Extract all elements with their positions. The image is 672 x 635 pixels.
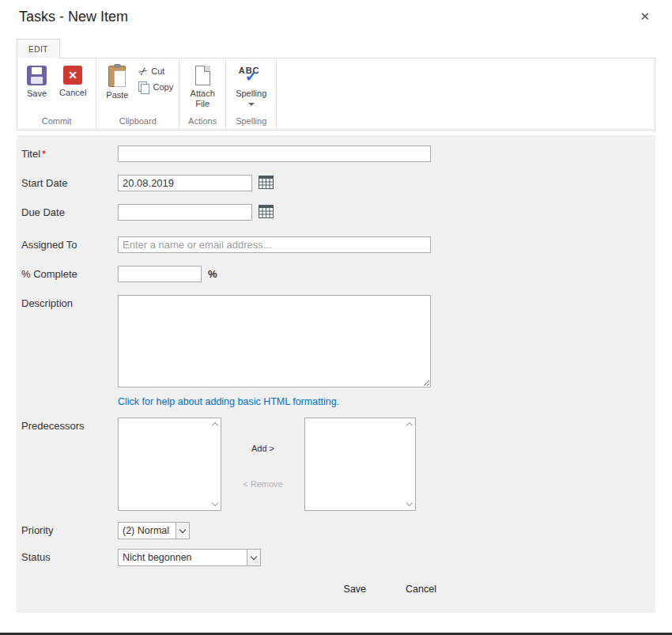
cancel-icon: ✕: [63, 66, 82, 85]
html-formatting-help-link[interactable]: Click for help about adding basic HTML f…: [118, 396, 431, 407]
title-input[interactable]: [118, 146, 431, 162]
dialog-header: Tasks - New Item ✕: [17, 0, 655, 28]
required-asterisk: *: [42, 148, 46, 160]
spelling-label: Spelling: [236, 89, 266, 99]
group-label-commit: Commit: [21, 115, 92, 128]
title-label: Titel*: [21, 146, 118, 160]
field-row-due-date: Due Date: [21, 204, 655, 221]
save-button[interactable]: Save: [21, 62, 53, 100]
ribbon-group-actions: Attach File Actions: [179, 59, 226, 130]
field-row-predecessors: Predecessors Add > < Remove: [21, 418, 655, 511]
cancel-button[interactable]: ✕ Cancel: [53, 62, 92, 100]
priority-value: (2) Normal: [119, 523, 176, 539]
due-date-input[interactable]: [118, 204, 252, 221]
start-date-label: Start Date: [21, 175, 118, 189]
scroll-up-icon[interactable]: [212, 422, 218, 429]
field-row-assigned-to: Assigned To: [21, 236, 655, 253]
spelling-button[interactable]: ABC ✓ Spelling: [229, 62, 273, 108]
description-label: Description: [21, 295, 118, 309]
ribbon-tab-row: EDIT: [17, 38, 655, 58]
group-label-clipboard: Clipboard: [100, 115, 176, 128]
chevron-down-icon: [179, 526, 186, 532]
copy-label: Copy: [153, 82, 173, 92]
save-label: Save: [27, 89, 47, 99]
attach-file-icon: [195, 66, 210, 85]
field-row-status: Status Nicht begonnen: [21, 549, 655, 566]
priority-select[interactable]: (2) Normal: [118, 522, 190, 539]
percent-suffix: %: [208, 266, 217, 280]
cancel-label: Cancel: [59, 88, 86, 98]
group-label-spelling: Spelling: [229, 115, 273, 128]
scroll-down-icon[interactable]: [406, 500, 413, 506]
cut-icon: ✂: [137, 64, 151, 78]
due-date-calendar-icon[interactable]: [259, 205, 274, 218]
field-row-description: Description Click for help about adding …: [21, 295, 655, 407]
chevron-down-icon: [251, 553, 257, 559]
field-row-percent-complete: % Complete %: [21, 266, 655, 282]
description-textarea[interactable]: [118, 295, 431, 387]
predecessors-available-listbox[interactable]: [118, 418, 221, 511]
ribbon-group-clipboard: Paste ✂ Cut Copy Clipboard: [96, 59, 179, 130]
paste-icon: [108, 66, 126, 87]
paste-button[interactable]: Paste: [100, 62, 134, 102]
scroll-down-icon[interactable]: [212, 500, 218, 506]
spelling-check-icon: ✓: [245, 69, 258, 84]
cut-label: Cut: [151, 66, 164, 76]
priority-label: Priority: [21, 522, 118, 536]
start-date-input[interactable]: [118, 175, 252, 191]
footer-save-button[interactable]: Save: [344, 584, 367, 595]
close-icon[interactable]: ✕: [636, 9, 653, 24]
status-value: Nicht begonnen: [119, 550, 247, 565]
copy-icon: [138, 81, 149, 93]
attach-file-label: Attach File: [189, 89, 216, 108]
chevron-down-icon: [248, 103, 255, 106]
form-panel: Titel* Start Date Due Date: [17, 135, 655, 613]
paste-label: Paste: [106, 90, 128, 100]
dropdown-arrow-button[interactable]: [247, 550, 260, 565]
ribbon-group-commit: Save ✕ Cancel Commit: [17, 59, 96, 130]
save-icon: [27, 66, 47, 85]
field-row-title: Titel*: [21, 146, 655, 162]
copy-button[interactable]: Copy: [136, 81, 176, 93]
attach-file-button[interactable]: Attach File: [183, 62, 222, 110]
due-date-label: Due Date: [21, 204, 118, 218]
assigned-to-label: Assigned To: [21, 236, 118, 251]
remove-button[interactable]: < Remove: [243, 479, 282, 489]
cut-button[interactable]: ✂ Cut: [136, 65, 176, 77]
ribbon-group-spelling: ABC ✓ Spelling Spelling: [226, 59, 277, 130]
status-label: Status: [21, 549, 118, 563]
scroll-up-icon[interactable]: [406, 422, 413, 429]
footer-buttons: Save Cancel: [21, 584, 452, 595]
field-row-start-date: Start Date: [21, 175, 655, 191]
start-date-calendar-icon[interactable]: [259, 176, 274, 189]
ribbon: Save ✕ Cancel Commit Paste ✂ Cut: [17, 58, 655, 130]
field-row-priority: Priority (2) Normal: [21, 522, 655, 539]
predecessors-selected-listbox[interactable]: [304, 418, 416, 511]
footer-cancel-button[interactable]: Cancel: [406, 584, 436, 595]
tab-edit[interactable]: EDIT: [17, 39, 60, 59]
dropdown-arrow-button[interactable]: [176, 523, 189, 539]
assigned-to-input[interactable]: [118, 236, 431, 253]
group-label-actions: Actions: [183, 115, 222, 128]
predecessors-label: Predecessors: [21, 418, 118, 432]
spelling-icon: ABC ✓: [238, 66, 265, 85]
status-select[interactable]: Nicht begonnen: [118, 549, 261, 566]
page-title: Tasks - New Item: [19, 9, 128, 25]
percent-complete-label: % Complete: [21, 266, 118, 280]
tasks-new-item-dialog: Tasks - New Item ✕ EDIT Save ✕ Cancel Co…: [0, 0, 672, 613]
add-button[interactable]: Add >: [251, 444, 274, 453]
percent-complete-input[interactable]: [118, 266, 202, 282]
